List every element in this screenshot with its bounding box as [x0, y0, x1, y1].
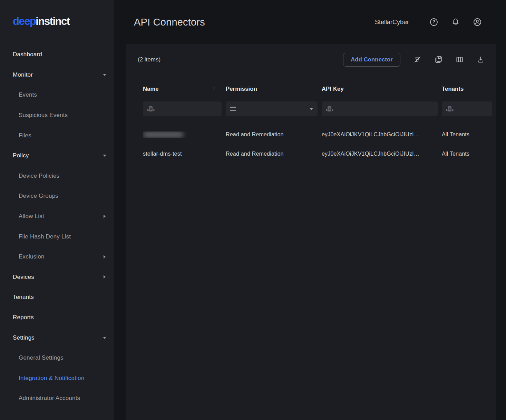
sidebar-item-label: Devices [13, 274, 34, 281]
abc-glyph: c [332, 109, 333, 111]
filter-cell-name: abc [143, 101, 226, 116]
notifications-icon[interactable] [451, 18, 460, 27]
toolbar-actions: Add Connector [343, 53, 485, 67]
sidebar-item-label: General Settings [19, 354, 64, 361]
cell-tenants: All Tenants [442, 151, 492, 157]
filter-input-tenants[interactable]: abc [442, 101, 492, 116]
abc-glyph: c [153, 109, 154, 111]
filter-select-permission[interactable] [226, 101, 318, 116]
abc-glyph: a [446, 109, 447, 111]
column-header-api-key[interactable]: API Key [322, 86, 442, 92]
sidebar-item-files[interactable]: Files [0, 125, 114, 146]
sidebar-item-general-settings[interactable]: General Settings [0, 348, 114, 368]
logo-text-primary: deep [13, 15, 36, 27]
redacted-name-blob [143, 131, 184, 138]
column-header-label: Permission [226, 86, 257, 92]
tenant-label: StellarCyber [375, 19, 409, 26]
abc-glyph: b [328, 106, 331, 111]
sidebar-item-devices[interactable]: Devices [0, 267, 114, 287]
page-title: API Connectors [134, 17, 205, 28]
sidebar-item-allow-list[interactable]: Allow List [0, 206, 114, 227]
sidebar-item-label: Integration & Notification [19, 375, 84, 382]
sidebar-item-label: Dashboard [13, 51, 42, 58]
sidebar-item-device-policies[interactable]: Device Policies [0, 166, 114, 186]
content-panel: (2 items) Add Connector [126, 44, 496, 420]
sidebar-item-events[interactable]: Events [0, 85, 114, 105]
cell-permission: Read and Remediation [226, 131, 322, 138]
chevron-right-icon [104, 275, 106, 279]
sidebar-item-suspicious-events[interactable]: Suspicious Events [0, 105, 114, 126]
columns-icon[interactable] [456, 56, 464, 64]
sidebar-item-label: Allow List [19, 213, 44, 220]
download-icon[interactable] [477, 56, 485, 64]
table-row[interactable]: Read and RemediationeyJ0eXAiOiJKV1QiLCJh… [143, 125, 492, 144]
sidebar-item-label: Events [19, 91, 37, 98]
page-header: API Connectors StellarCyber [126, 0, 496, 44]
main-area: API Connectors StellarCyber [126, 0, 496, 420]
column-header-permission[interactable]: Permission [226, 86, 322, 92]
sidebar-item-integration-notification[interactable]: Integration & Notification [0, 368, 114, 389]
sidebar-item-reports[interactable]: Reports [0, 307, 114, 328]
connectors-table: Name↑PermissionAPI KeyTenants abcabcabc … [126, 75, 496, 164]
abc-glyph: a [147, 109, 148, 111]
sidebar-item-file-hash-deny-list[interactable]: File Hash Deny List [0, 226, 114, 247]
chevron-right-icon [104, 215, 106, 218]
equals-filter-icon [230, 107, 236, 111]
cell-tenants: All Tenants [442, 131, 492, 138]
table-row[interactable]: stellar-dms-testRead and RemediationeyJ0… [143, 144, 492, 164]
add-connector-button[interactable]: Add Connector [343, 53, 400, 67]
sort-ascending-icon: ↑ [213, 86, 215, 92]
table-body: Read and RemediationeyJ0eXAiOiJKV1QiLCJh… [143, 125, 492, 164]
deep-instinct-logo: deepinstinct [13, 15, 70, 28]
account-icon[interactable] [473, 18, 482, 27]
sidebar-item-settings[interactable]: Settings [0, 328, 114, 348]
filter-input-api-key[interactable]: abc [322, 101, 438, 116]
filter-cell-tenants: abc [442, 101, 492, 116]
logo-text-secondary: instinct [36, 15, 69, 27]
table-header-row: Name↑PermissionAPI KeyTenants [143, 80, 492, 97]
saved-views-icon[interactable] [435, 56, 442, 64]
help-icon[interactable] [429, 18, 438, 27]
cell-api-key: eyJ0eXAiOiJKV1QiLCJhbGciOiJIUzI… [322, 151, 442, 157]
sidebar-item-label: Settings [13, 334, 35, 341]
sidebar-item-monitor[interactable]: Monitor [0, 65, 114, 85]
sidebar-item-label: Exclusion [19, 253, 45, 260]
sidebar-item-label: Monitor [13, 71, 33, 78]
abc-glyph: a [326, 109, 327, 111]
chevron-right-icon [104, 255, 106, 258]
sidebar-item-dashboard[interactable]: Dashboard [0, 45, 114, 65]
filter-cell-permission [226, 101, 322, 116]
sidebar-item-label: File Hash Deny List [19, 233, 71, 240]
filter-input-name[interactable]: abc [143, 101, 222, 116]
filter-cell-api-key: abc [322, 101, 442, 116]
column-header-tenants[interactable]: Tenants [442, 86, 492, 92]
sidebar-item-administrator-accounts[interactable]: Administrator Accounts [0, 388, 114, 409]
cell-permission: Read and Remediation [226, 151, 322, 157]
sidebar-item-label: Policy [13, 152, 29, 159]
table-filter-row: abcabcabc [143, 101, 492, 116]
column-header-name[interactable]: Name↑ [143, 86, 226, 92]
sidebar-item-label: Reports [13, 314, 34, 321]
chevron-down-icon [103, 74, 106, 76]
items-count: (2 items) [138, 56, 160, 63]
sidebar-item-label: Tenants [13, 294, 34, 301]
sidebar-item-label: Suspicious Events [19, 112, 68, 119]
text-filter-abc-icon: abc [147, 106, 155, 111]
sidebar-item-tenants[interactable]: Tenants [0, 287, 114, 307]
sidebar-nav: DashboardMonitorEventsSuspicious EventsF… [0, 45, 114, 409]
filter-off-icon[interactable] [413, 56, 421, 64]
text-filter-abc-icon: abc [446, 106, 454, 111]
chevron-down-icon [103, 155, 106, 157]
sidebar-item-device-groups[interactable]: Device Groups [0, 186, 114, 206]
text-filter-abc-icon: abc [326, 106, 333, 111]
cell-api-key: eyJ0eXAiOiJKV1QiLCJhbGciOiJIUzI… [322, 131, 442, 138]
sidebar-item-label: Device Policies [19, 173, 59, 179]
sidebar-item-label: Device Groups [19, 193, 58, 199]
abc-glyph: c [452, 109, 453, 111]
sidebar-item-policy[interactable]: Policy [0, 146, 114, 166]
sidebar-item-exclusion[interactable]: Exclusion [0, 247, 114, 267]
app-window: deepinstinct DashboardMonitorEventsSuspi… [0, 0, 506, 420]
cell-name: stellar-dms-test [143, 151, 226, 157]
chevron-down-icon [310, 108, 313, 110]
abc-glyph: b [149, 106, 153, 111]
